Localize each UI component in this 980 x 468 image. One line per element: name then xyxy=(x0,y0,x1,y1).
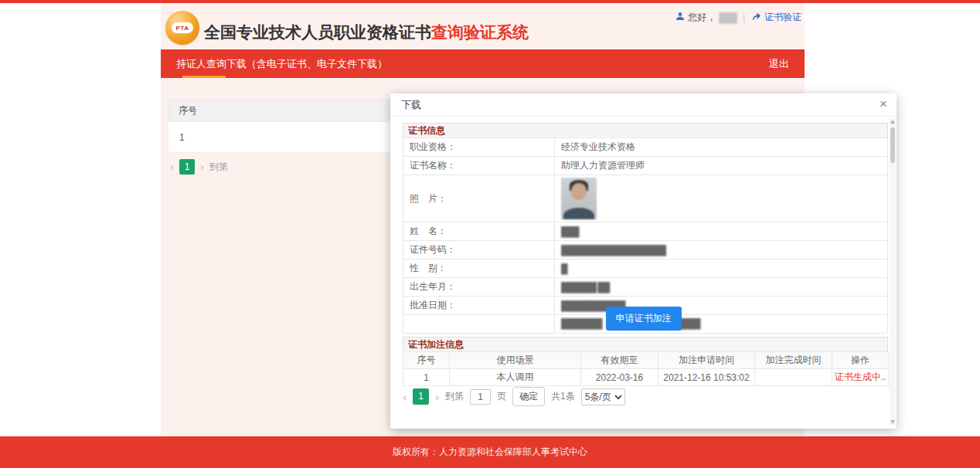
scroll-down-icon[interactable] xyxy=(890,420,895,424)
page-number-1[interactable]: 1 xyxy=(179,159,195,175)
pta-logo-text: PTA xyxy=(172,22,193,33)
cert-info-section-title: 证书信息 xyxy=(403,123,888,138)
page-title-accent: 查询验证系统 xyxy=(431,23,529,41)
nav-active-underline xyxy=(182,76,226,78)
table-row: 证书名称： 助理人力资源管理师 xyxy=(403,157,888,175)
modal-title: 下载 xyxy=(401,93,421,117)
field-label: 批准日期： xyxy=(403,297,555,315)
goto-label: 到第 xyxy=(209,161,228,174)
col-header: 操作 xyxy=(832,352,889,369)
table-row: 照 片： xyxy=(403,175,888,222)
cert-generating-link[interactable]: 证书生成中.. xyxy=(835,371,886,382)
table-row: 1 本人调用 2022-03-16 2021-12-16 10:53:02 证书… xyxy=(403,369,889,386)
confirm-page-button[interactable]: 确定 xyxy=(512,387,545,406)
annotation-pagination: ‹ 1 › 到第 页 确定 共1条 5条/页 xyxy=(403,387,625,406)
page-title: 全国专业技术人员职业资格证书查询验证系统 xyxy=(204,22,529,43)
col-header: 加注申请时间 xyxy=(658,352,755,369)
table-row: 职业资格： 经济专业技术资格 xyxy=(403,138,888,157)
field-value: 经济专业技术资格 xyxy=(555,138,888,157)
field-value: 助理人力资源管理师 xyxy=(555,157,888,175)
photo-cell xyxy=(555,175,888,222)
page-title-main: 全国专业技术人员职业资格证书 xyxy=(204,23,431,41)
field-value-redacted: ██████████████████ xyxy=(555,241,888,259)
page-size-select[interactable]: 5条/页 xyxy=(581,388,625,405)
page-number-1[interactable]: 1 xyxy=(413,388,429,405)
cert-info-table: 职业资格： 经济专业技术资格 证书名称： 助理人力资源管理师 照 片： 姓 名：… xyxy=(403,137,888,334)
col-header: 使用场景 xyxy=(450,352,581,369)
result-pagination: ‹ 1 › 到第 xyxy=(170,159,228,175)
annotation-section-title: 证书加注信息 xyxy=(403,337,888,352)
field-label: 证件号码： xyxy=(403,241,555,259)
field-value-redacted: ██████ ██ xyxy=(555,278,888,297)
table-row: 出生年月： ██████ ██ xyxy=(403,278,888,297)
field-value-redacted: █ xyxy=(555,259,888,278)
cell-valid-until: 2022-03-16 xyxy=(581,369,658,386)
scroll-up-icon[interactable] xyxy=(890,120,895,124)
main-nav: 持证人查询下载（含电子证书、电子文件下载） 退出 xyxy=(161,49,805,78)
cell-apply-time: 2021-12-16 10:53:02 xyxy=(658,369,755,386)
annotation-table: 序号 使用场景 有效期至 加注申请时间 加注完成时间 操作 1 本人调用 202… xyxy=(403,351,889,386)
download-modal: 下载 × 证书信息 职业资格： 经济专业技术资格 证书名称： 助理人力资源管理师… xyxy=(390,93,897,429)
row-no: 1 xyxy=(179,122,185,153)
field-label: 照 片： xyxy=(403,175,555,222)
field-label: 职业资格： xyxy=(403,138,555,157)
col-header: 序号 xyxy=(403,352,450,369)
goto-label: 到第 xyxy=(445,390,464,403)
field-label: 性 别： xyxy=(403,259,555,278)
goto-page-input[interactable] xyxy=(470,389,491,405)
next-page-icon[interactable]: › xyxy=(435,390,439,403)
col-header-no: 序号 xyxy=(179,100,197,121)
table-row: 性 别： █ xyxy=(403,259,888,278)
field-label: 姓 名： xyxy=(403,222,555,241)
page-unit-label: 页 xyxy=(497,390,506,403)
footer-copyright: 版权所有：人力资源和社会保障部人事考试中心 xyxy=(0,436,980,468)
total-count-label: 共1条 xyxy=(551,390,575,403)
table-row: 证件号码： ██████████████████ xyxy=(403,241,888,259)
scrollbar-thumb[interactable] xyxy=(890,127,895,163)
prev-page-icon[interactable]: ‹ xyxy=(170,159,174,175)
col-header: 加注完成时间 xyxy=(755,352,832,369)
cell-finish-time xyxy=(755,369,832,386)
cell-no: 1 xyxy=(403,369,450,386)
app-container: PTA 全国专业技术人员职业资格证书查询验证系统 您好， ███ | 证书验证 … xyxy=(161,3,805,436)
greeting-text: 您好， xyxy=(688,11,716,24)
verify-arrow-icon xyxy=(751,12,761,23)
col-header: 有效期至 xyxy=(581,352,658,369)
table-header-row: 序号 使用场景 有效期至 加注申请时间 加注完成时间 操作 xyxy=(403,352,889,369)
next-page-icon[interactable]: › xyxy=(200,159,204,175)
field-value-redacted: ███████████ xyxy=(555,297,888,315)
username: ███ xyxy=(719,12,737,23)
user-icon xyxy=(675,12,685,23)
modal-scrollbar xyxy=(890,118,896,426)
cell-scene: 本人调用 xyxy=(450,369,581,386)
prev-page-icon[interactable]: ‹ xyxy=(403,390,407,403)
header-divider: | xyxy=(743,12,745,23)
field-value-redacted: ███ xyxy=(555,222,888,241)
logout-link[interactable]: 退出 xyxy=(769,49,789,78)
certificate-photo xyxy=(561,178,597,219)
user-area: 您好， ███ | 证书验证 xyxy=(675,11,801,24)
field-value-redacted: ███████：██████████，████ xyxy=(555,315,888,334)
table-row: 姓 名： ███ xyxy=(403,222,888,241)
nav-item-holder-download[interactable]: 持证人查询下载（含电子证书、电子文件下载） xyxy=(176,49,387,78)
cert-verify-link[interactable]: 证书验证 xyxy=(764,11,801,24)
field-label xyxy=(403,315,555,334)
field-label: 出生年月： xyxy=(403,278,555,297)
field-label: 证书名称： xyxy=(403,157,555,175)
close-icon[interactable]: × xyxy=(880,97,887,111)
apply-annotation-button[interactable]: 申请证书加注 xyxy=(606,307,682,331)
pta-logo: PTA xyxy=(165,11,199,45)
modal-titlebar: 下载 × xyxy=(390,93,897,117)
